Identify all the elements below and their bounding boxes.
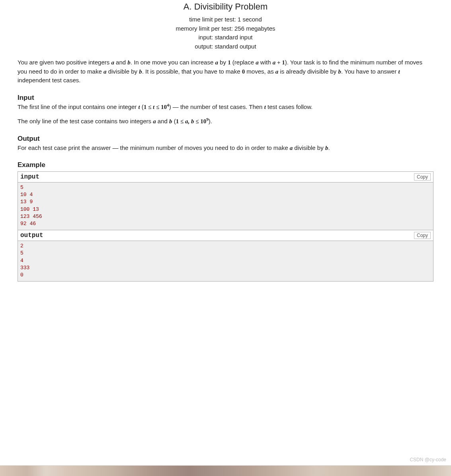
text: You are given two positive integers bbox=[18, 59, 111, 66]
text: divisible by bbox=[106, 68, 139, 75]
math-var-b: b bbox=[169, 118, 172, 124]
example-input-block: input Copy 5 10 4 13 9 100 13 123 456 92… bbox=[18, 171, 433, 230]
math-var-a: a bbox=[256, 59, 259, 66]
text: ( bbox=[172, 118, 176, 124]
text: with bbox=[259, 59, 273, 66]
math-var-a: a bbox=[153, 118, 156, 124]
math-var-a: a bbox=[215, 59, 218, 66]
output-paragraph: For each test case print the answer — th… bbox=[18, 144, 433, 153]
text: The only line of the test case contains … bbox=[18, 118, 153, 124]
example-output-label: output bbox=[20, 232, 43, 239]
input-paragraph-1: The first line of the input contains one… bbox=[18, 103, 433, 112]
example-heading: Example bbox=[18, 161, 433, 169]
text: by bbox=[218, 59, 228, 66]
text: . It is possible, that you have to make bbox=[142, 68, 242, 75]
text: and bbox=[156, 118, 169, 124]
math-var-b: b bbox=[139, 68, 142, 75]
math-expr-aplus1: a + 1 bbox=[273, 59, 285, 66]
text: ) — the number of test cases. Then bbox=[169, 103, 264, 110]
text: . You have to answer bbox=[341, 68, 398, 75]
output-heading: Output bbox=[18, 135, 433, 143]
copy-input-button[interactable]: Copy bbox=[414, 173, 431, 181]
text: independent test cases. bbox=[18, 77, 80, 84]
text: (replace bbox=[231, 59, 256, 66]
meta-time: time limit per test: 1 second bbox=[18, 15, 433, 24]
math-var-t: t bbox=[398, 68, 400, 75]
text: is already divisible by bbox=[278, 68, 338, 75]
bottom-bar bbox=[0, 465, 451, 476]
text: ( bbox=[140, 103, 144, 110]
copy-output-button[interactable]: Copy bbox=[414, 232, 431, 239]
example-output-data: 2 5 4 333 0 bbox=[18, 241, 433, 281]
text: moves, as bbox=[245, 68, 275, 75]
problem-statement: You are given two positive integers a an… bbox=[18, 58, 433, 85]
math-var-b: b bbox=[127, 59, 131, 66]
math-expr-abound: 1 ≤ a, b ≤ 109 bbox=[176, 118, 209, 124]
text: test cases follow. bbox=[266, 103, 313, 110]
text: . In one move you can increase bbox=[131, 59, 215, 66]
meta-input: input: standard input bbox=[18, 33, 433, 42]
example-output-block: output Copy 2 5 4 333 0 bbox=[18, 230, 433, 282]
text: For each test case print the answer — th… bbox=[18, 144, 290, 151]
example-input-data: 5 10 4 13 9 100 13 123 456 92 46 bbox=[18, 183, 433, 230]
text: . bbox=[328, 144, 330, 151]
text: and bbox=[114, 59, 127, 66]
math-var-b: b bbox=[338, 68, 341, 75]
problem-title: A. Divisibility Problem bbox=[18, 2, 433, 12]
math-var-a: a bbox=[111, 59, 114, 66]
text: divisible by bbox=[293, 144, 325, 151]
math-expr-tbound: 1 ≤ t ≤ 104 bbox=[144, 104, 169, 110]
input-heading: Input bbox=[18, 94, 433, 102]
text: ). bbox=[209, 118, 212, 124]
meta-memory: memory limit per test: 256 megabytes bbox=[18, 24, 433, 33]
text: The first line of the input contains one… bbox=[18, 103, 139, 110]
input-paragraph-2: The only line of the test case contains … bbox=[18, 117, 433, 126]
watermark: CSDN @cy-code bbox=[410, 457, 446, 462]
math-num-1: 1 bbox=[228, 59, 231, 66]
example-input-label: input bbox=[20, 173, 39, 181]
meta-output: output: standard output bbox=[18, 42, 433, 51]
